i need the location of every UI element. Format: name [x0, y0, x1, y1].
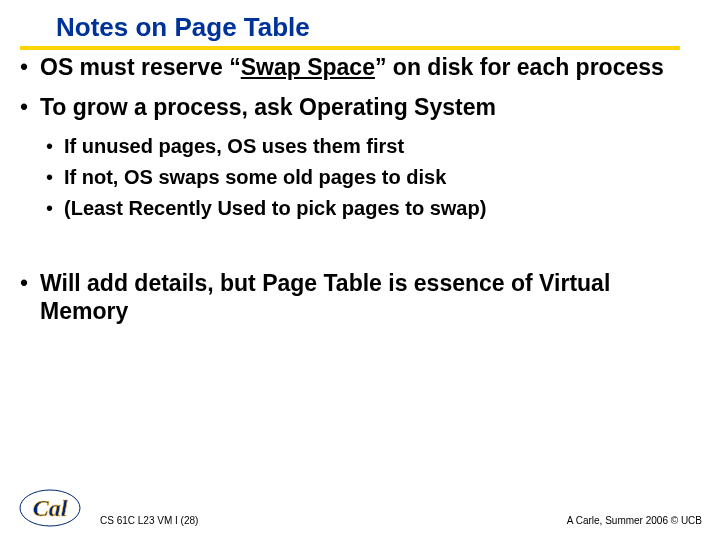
bullet-icon: •: [46, 195, 56, 221]
bullet-text: OS must reserve “Swap Space” on disk for…: [40, 53, 664, 81]
footer-left-text: CS 61C L23 VM I (28): [100, 515, 198, 526]
bullet-level2: • If unused pages, OS uses them first: [46, 133, 702, 159]
bullet-level1: • OS must reserve “Swap Space” on disk f…: [18, 53, 702, 81]
text-fragment: ” on disk for each process: [375, 54, 664, 80]
bullet-level1: • Will add details, but Page Table is es…: [18, 269, 702, 325]
bullet-text: To grow a process, ask Operating System: [40, 93, 496, 121]
bullet-icon: •: [20, 93, 30, 121]
bullet-icon: •: [46, 164, 56, 190]
bullet-icon: •: [20, 53, 30, 81]
slide: Notes on Page Table • OS must reserve “S…: [0, 0, 720, 540]
spacer: [18, 226, 702, 266]
footer: Cal CS 61C L23 VM I (28) A Carle, Summer…: [0, 480, 720, 530]
slide-content: • OS must reserve “Swap Space” on disk f…: [18, 53, 702, 325]
swap-space-underlined: Swap Space: [241, 54, 375, 80]
bullet-text: Will add details, but Page Table is esse…: [40, 269, 702, 325]
bullet-level2: • (Least Recently Used to pick pages to …: [46, 195, 702, 221]
footer-right-text: A Carle, Summer 2006 © UCB: [567, 515, 702, 526]
bullet-level2: • If not, OS swaps some old pages to dis…: [46, 164, 702, 190]
bullet-text: If not, OS swaps some old pages to disk: [64, 164, 446, 190]
bullet-level1: • To grow a process, ask Operating Syste…: [18, 93, 702, 121]
title-underline: [20, 46, 680, 50]
bullet-text: (Least Recently Used to pick pages to sw…: [64, 195, 486, 221]
cal-logo-icon: Cal: [18, 486, 82, 530]
bullet-text: If unused pages, OS uses them first: [64, 133, 404, 159]
text-fragment: OS must reserve “: [40, 54, 241, 80]
svg-text:Cal: Cal: [33, 495, 68, 521]
bullet-icon: •: [46, 133, 56, 159]
bullet-icon: •: [20, 269, 30, 297]
slide-title: Notes on Page Table: [56, 12, 702, 43]
